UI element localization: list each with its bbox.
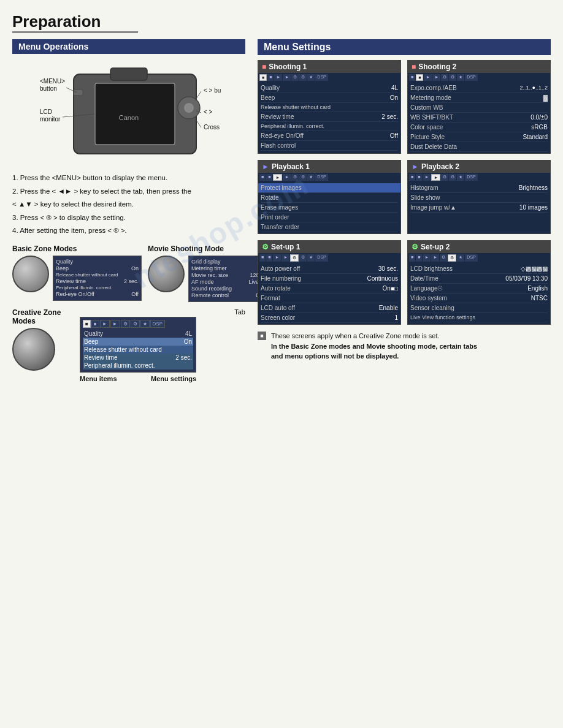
ms-movie-key: Movie rec. size: [191, 272, 228, 278]
su2-tab-2[interactable]: ■: [416, 254, 422, 262]
s2-tab-1[interactable]: ■: [409, 74, 415, 81]
s1-tab-2[interactable]: ■: [267, 74, 274, 81]
p1-tab-7[interactable]: ★: [307, 174, 315, 181]
p1-row-rotate: Rotate: [261, 193, 398, 203]
tab-disp[interactable]: DSP: [150, 320, 165, 328]
su1-tab-4[interactable]: ►: [282, 254, 289, 262]
ms-sound-key: Sound recording: [191, 286, 232, 292]
tab-shoot2[interactable]: ■: [91, 320, 99, 328]
p2-tab-5[interactable]: ⚙: [441, 174, 448, 181]
bz-redeye-val: Off: [131, 291, 139, 297]
p1-tab-1[interactable]: ■: [259, 174, 266, 181]
s1-tab-3[interactable]: ►: [274, 74, 282, 81]
tab-setup1[interactable]: ⚙: [121, 320, 130, 328]
creative-zone-block: Creative ZoneModes: [12, 308, 74, 373]
su2-tab-5[interactable]: ⚙: [440, 254, 447, 262]
su1-tab-7[interactable]: ★: [307, 254, 315, 262]
su1-tab-active[interactable]: ⚙: [290, 254, 299, 262]
menu-settings-label: Menu settings: [151, 375, 196, 382]
bz-redeye-key: Red-eye On/Off: [56, 291, 94, 297]
panel-shooting2: ■ Shooting 2 ■ ■ ► ► ⚙ ⚙ ★ DSP Expo.: [407, 60, 551, 154]
s2-row-cwb: Custom WB: [410, 103, 548, 113]
instructions: 1. Press the <MENU> button to display th…: [12, 172, 245, 237]
s1-tab-8[interactable]: DSP: [315, 74, 327, 81]
s1-row-periph: Peripheral illumin. correct.: [261, 122, 398, 131]
p1-tab-active[interactable]: ►: [273, 174, 282, 181]
su2-tab-3[interactable]: ►: [423, 254, 431, 262]
s1-row-release: Release shutter without card: [261, 103, 398, 112]
menu-settings-title: Menu Settings: [258, 39, 551, 55]
tab-star[interactable]: ★: [140, 320, 150, 328]
p2-tab-3[interactable]: ►: [423, 174, 431, 181]
s2-row-wbshift: WB SHIFT/BKT0.0/±0: [410, 113, 548, 123]
p2-tab-7[interactable]: ★: [457, 174, 464, 181]
svg-text:Canon: Canon: [119, 114, 139, 121]
su1-tab-1[interactable]: ■: [259, 254, 266, 262]
su1-tab-8[interactable]: DSP: [315, 254, 327, 262]
su2-tab-4[interactable]: ►: [431, 254, 439, 262]
s2-tab-7[interactable]: ★: [457, 74, 464, 81]
p1-tab-5[interactable]: ⚙: [291, 174, 299, 181]
main-layout: Menu Operations Canon: [12, 39, 551, 390]
instruction-1: 1. Press the <MENU> button to display th…: [12, 172, 245, 184]
svg-rect-1: [110, 68, 147, 80]
tab-play1[interactable]: ►: [100, 320, 110, 328]
s1-row-flash: Flash control: [261, 141, 398, 151]
panel-playback2: ► Playback 2 ■ ■ ► ► ⚙ ⚙ ★ DSP Histo: [407, 160, 551, 234]
tab-play2[interactable]: ►: [110, 320, 120, 328]
su1-tab-3[interactable]: ►: [273, 254, 281, 262]
setup1-title: ⚙ Set-up 1: [258, 241, 400, 253]
creative-zone-row: Creative ZoneModes Tab ■ ■ ► ► ⚙ ⚙: [12, 308, 245, 382]
menu-items-label: Menu items: [80, 375, 117, 382]
note-section: ■ These screens apply when a Creative Zo…: [258, 331, 551, 362]
p1-tab-6[interactable]: ⚙: [299, 174, 307, 181]
instruction-2: 2. Press the < ◄► > key to select the ta…: [12, 186, 245, 198]
p2-tab-8[interactable]: DSP: [465, 174, 477, 181]
s2-tab-3[interactable]: ►: [424, 74, 432, 81]
page-container: Preparation Menu Operations: [12, 12, 551, 390]
p1-tab-8[interactable]: DSP: [315, 174, 327, 181]
su1-tab-2[interactable]: ■: [266, 254, 272, 262]
su2-tab-8[interactable]: DSP: [465, 254, 477, 262]
bz-review-key: Review time: [56, 278, 86, 284]
shooting2-title: ■ Shooting 2: [408, 61, 550, 73]
s2-tab-active[interactable]: ■: [416, 74, 423, 81]
s1-tab-active[interactable]: ■: [259, 74, 267, 81]
p2-row-histogram: HistogramBrightness: [410, 183, 548, 193]
s2-row-expo: Expo.comp./AEB2..1..●..1..2: [410, 83, 548, 93]
p2-tab-6[interactable]: ⚙: [449, 174, 456, 181]
s2-tab-5[interactable]: ⚙: [441, 74, 448, 81]
s2-row-dust: Dust Delete Data: [410, 142, 548, 152]
tab-shoot1[interactable]: ■: [83, 320, 91, 328]
instruction-4: 3. Press < ® > to display the setting.: [12, 212, 245, 224]
s1-row-quality: Quality4L: [261, 83, 398, 93]
s1-tab-6[interactable]: ⚙: [299, 74, 307, 81]
su2-tab-active[interactable]: ⚙: [448, 254, 456, 262]
p2-row-slideshow: Slide show: [410, 193, 548, 203]
movie-shooting-dial: [148, 256, 185, 292]
su2-tab-7[interactable]: ★: [457, 254, 464, 262]
p2-tab-active[interactable]: ►: [431, 174, 440, 181]
p1-row-erase: Erase images: [261, 203, 398, 213]
basic-zone-block: Basic Zone Modes Quality BeepOn Release …: [12, 245, 142, 301]
s2-tab-4[interactable]: ►: [432, 74, 440, 81]
p1-tab-2[interactable]: ■: [266, 174, 272, 181]
p1-tab-4[interactable]: ►: [283, 174, 291, 181]
svg-text:<  > button: < > button: [204, 87, 221, 94]
s1-tab-7[interactable]: ★: [307, 74, 315, 81]
su2-tab-1[interactable]: ■: [409, 254, 415, 262]
su1-tab-6[interactable]: ⚙: [299, 254, 307, 262]
s2-tab-6[interactable]: ⚙: [449, 74, 456, 81]
page-title: Preparation: [12, 12, 138, 33]
tab-menu-screen: ■ ■ ► ► ⚙ ⚙ ★ DSP Quality4L: [80, 317, 196, 373]
s2-tab-8[interactable]: DSP: [465, 74, 477, 81]
tab-setup2[interactable]: ⚙: [131, 320, 140, 328]
s1-tab-5[interactable]: ⚙: [291, 74, 299, 81]
p2-tab-1[interactable]: ■: [409, 174, 415, 181]
instruction-3: < ▲▼ > key to select the desired item.: [12, 199, 245, 211]
ms-af-key: AF mode: [191, 279, 214, 285]
setup2-body: LCD brightness◇▩▩▩▩ Date/Time05/03/'09 1…: [408, 263, 550, 324]
s1-tab-4[interactable]: ►: [283, 74, 291, 81]
p2-tab-2[interactable]: ■: [416, 174, 422, 181]
bz-quality-key: Quality: [56, 259, 73, 265]
